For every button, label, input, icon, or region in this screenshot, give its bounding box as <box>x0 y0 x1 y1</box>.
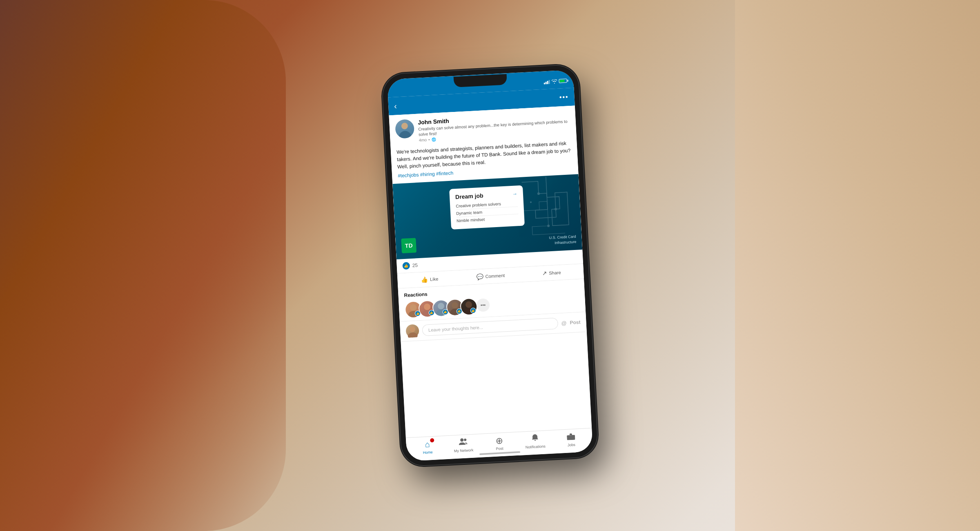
comment-user-avatar <box>405 324 419 338</box>
person-silhouette-left <box>0 0 286 531</box>
svg-point-17 <box>464 439 466 441</box>
svg-point-2 <box>547 225 550 227</box>
notifications-icon <box>531 433 539 444</box>
nav-home-icon-wrap: ⌂ <box>421 439 433 449</box>
like-label: Like <box>430 277 439 282</box>
svg-point-8 <box>438 303 445 310</box>
nav-post[interactable]: ⊕ Post <box>481 435 518 452</box>
nav-post-label: Post <box>496 446 503 451</box>
comment-input[interactable]: Leave your thoughts here... <box>422 318 558 336</box>
td-sponsored-card[interactable]: Dream job → Creative problem solvers Dyn… <box>392 174 582 260</box>
comment-icon: 💬 <box>476 273 483 280</box>
reactions-number: 25 <box>412 262 418 268</box>
circuit-pattern <box>513 174 582 253</box>
post-comment-button[interactable]: Post <box>570 319 581 326</box>
svg-point-0 <box>537 192 540 195</box>
signal-bar-3 <box>547 81 548 84</box>
phone-wrapper: ‹ ••• John Smith Creativity can solve al… <box>382 65 598 466</box>
home-notification-badge <box>430 438 434 442</box>
svg-point-15 <box>408 332 418 338</box>
share-label: Share <box>549 270 561 276</box>
comment-label: Comment <box>485 273 505 279</box>
battery-fill <box>559 80 564 83</box>
nav-network-label: My Network <box>454 448 474 453</box>
reaction-avatar-4: 👍 <box>446 299 462 315</box>
share-icon: ↗ <box>542 270 547 277</box>
header-more-button[interactable]: ••• <box>559 93 569 101</box>
svg-point-3 <box>530 201 532 203</box>
like-badge-icon: 👍 <box>402 262 410 270</box>
nav-jobs-label: Jobs <box>567 442 575 447</box>
nav-jobs-icon-wrap <box>565 432 577 442</box>
svg-point-10 <box>452 302 459 309</box>
signal-bars <box>543 79 550 85</box>
nav-jobs[interactable]: Jobs <box>553 431 590 448</box>
phone-body: ‹ ••• John Smith Creativity can solve al… <box>382 65 598 466</box>
like-icon: 👍 <box>421 276 428 283</box>
signal-bar-1 <box>544 83 545 84</box>
author-info: John Smith Creativity can solve almost a… <box>418 111 571 143</box>
home-icon: ⌂ <box>425 440 430 449</box>
post-icon: ⊕ <box>495 435 503 446</box>
reactions-more-button[interactable]: ••• <box>476 298 490 312</box>
svg-point-1 <box>555 208 557 210</box>
dream-job-card[interactable]: Dream job → Creative problem solvers Dyn… <box>449 185 525 230</box>
person-hand-right <box>735 0 980 531</box>
signal-bar-2 <box>546 82 547 84</box>
nav-my-network[interactable]: My Network <box>445 437 482 453</box>
nav-home-label: Home <box>423 450 433 454</box>
post-feed[interactable]: John Smith Creativity can solve almost a… <box>389 106 592 438</box>
visibility-icon: 🌐 <box>431 137 436 142</box>
reaction-avatar-5: 👍 <box>460 298 476 314</box>
nav-notifications[interactable]: Notifications <box>517 433 554 450</box>
wifi-icon <box>551 79 557 84</box>
back-button[interactable]: ‹ <box>394 101 397 111</box>
battery-tip <box>567 80 568 82</box>
svg-rect-18 <box>567 435 575 440</box>
nav-notifications-label: Notifications <box>526 444 546 449</box>
signal-bar-4 <box>548 80 550 84</box>
svg-point-6 <box>424 303 431 310</box>
status-icons <box>543 78 567 85</box>
reaction-avatar-1: 👍 <box>404 301 421 317</box>
jobs-icon <box>567 432 575 442</box>
nav-network-icon-wrap <box>457 437 469 448</box>
td-logo: TD <box>401 238 416 254</box>
nav-notifications-icon-wrap <box>529 434 541 444</box>
reaction-avatar-3: 👍 <box>432 299 448 316</box>
svg-point-4 <box>410 304 417 311</box>
nav-post-icon-wrap: ⊕ <box>493 435 505 446</box>
reaction-avatar-2: 👍 <box>418 300 434 317</box>
nav-home[interactable]: ⌂ Home <box>409 439 446 455</box>
svg-point-12 <box>466 301 472 308</box>
phone-screen: ‹ ••• John Smith Creativity can solve al… <box>387 70 593 462</box>
post-separator: • <box>428 137 430 142</box>
svg-point-16 <box>460 438 463 442</box>
dream-job-title: Dream job → <box>455 190 518 200</box>
author-avatar <box>395 119 414 138</box>
post-time: 4mo <box>419 138 427 143</box>
network-icon <box>459 437 468 448</box>
reaction-badge-5: 👍 <box>470 308 476 314</box>
svg-point-14 <box>410 326 416 332</box>
at-icon[interactable]: @ <box>561 320 567 326</box>
battery-icon <box>559 79 567 83</box>
